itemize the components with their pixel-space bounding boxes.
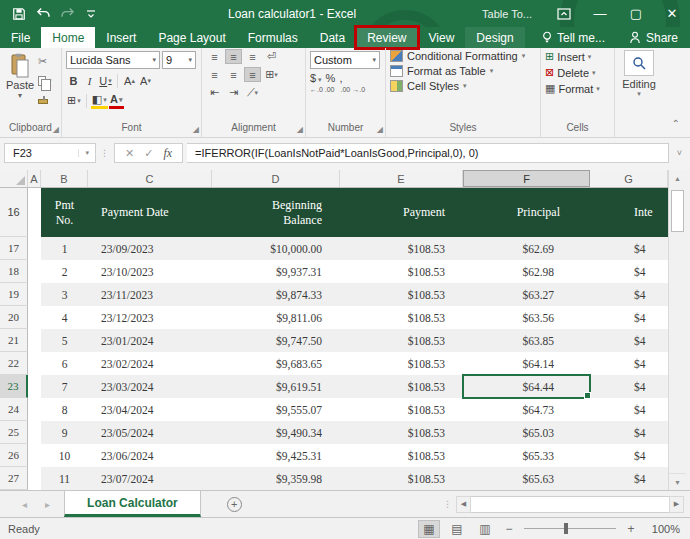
tab-file[interactable]: File xyxy=(0,27,41,48)
row-header-16[interactable]: 16 xyxy=(0,188,28,237)
bottom-align-button[interactable]: ≡ xyxy=(244,49,261,64)
tell-me-button[interactable]: Tell me... xyxy=(530,27,617,48)
name-box[interactable]: F23 ▾ xyxy=(4,143,96,163)
cell-payment[interactable]: $108.53 xyxy=(340,283,463,306)
cell-beginning-balance[interactable]: $9,555.07 xyxy=(212,398,340,421)
cell-col-a[interactable] xyxy=(28,329,41,352)
column-header-b[interactable]: B xyxy=(41,170,88,187)
underline-button[interactable]: U▾ xyxy=(98,72,113,89)
paste-dropdown-arrow[interactable]: ▾ xyxy=(18,91,22,100)
number-dialog-launcher-icon[interactable]: ◢ xyxy=(377,126,383,134)
cell-principal[interactable]: $63.27 xyxy=(463,283,590,306)
increase-font-size-button[interactable]: A xyxy=(122,72,137,89)
tab-review[interactable]: Review xyxy=(356,27,417,48)
font-dialog-launcher-icon[interactable]: ◢ xyxy=(193,126,199,134)
previous-sheet-icon[interactable]: ◂ xyxy=(22,499,27,510)
decrease-font-size-button[interactable]: A xyxy=(138,72,153,89)
normal-view-icon[interactable]: ▦ xyxy=(418,520,440,538)
middle-align-button[interactable]: ≡ xyxy=(225,49,242,64)
fill-color-button[interactable]: ◧▾ xyxy=(91,92,108,109)
format-painter-button[interactable] xyxy=(38,92,52,107)
cell-payment-date[interactable]: 23/03/2024 xyxy=(88,375,212,398)
cell-principal[interactable]: $62.69 xyxy=(463,237,590,260)
cell-col-a[interactable] xyxy=(28,398,41,421)
tab-view[interactable]: View xyxy=(418,27,466,48)
cell-beginning-balance[interactable]: $9,619.51 xyxy=(212,375,340,398)
name-box-dropdown-arrow[interactable]: ▾ xyxy=(78,149,95,157)
scroll-down-icon[interactable]: ▼ xyxy=(669,473,686,490)
italic-button[interactable]: I xyxy=(82,72,97,89)
cell-col-a[interactable] xyxy=(28,260,41,283)
cell-beginning-balance[interactable]: $9,747.50 xyxy=(212,329,340,352)
cell-payment[interactable]: $108.53 xyxy=(340,329,463,352)
customize-qat-icon[interactable] xyxy=(80,3,102,25)
cell-principal[interactable]: $62.98 xyxy=(463,260,590,283)
header-payment[interactable]: Payment xyxy=(340,188,463,237)
merge-center-button[interactable]: ⊞▾ xyxy=(263,67,280,82)
cell-pmt-no[interactable]: 5 xyxy=(41,329,88,352)
row-header[interactable]: 20 xyxy=(0,306,28,329)
percent-style-button[interactable]: % xyxy=(326,72,336,84)
row-header[interactable]: 25 xyxy=(0,421,28,444)
tab-scroll-divider[interactable]: ⋮ xyxy=(443,491,452,517)
tab-home[interactable]: Home xyxy=(41,27,95,48)
expand-formula-bar-icon[interactable]: ˅ xyxy=(673,148,686,158)
cell-interest-clipped[interactable]: $4 xyxy=(590,398,668,421)
page-layout-view-icon[interactable]: ▤ xyxy=(446,520,468,538)
cell-pmt-no[interactable]: 2 xyxy=(41,260,88,283)
redo-icon[interactable] xyxy=(56,3,78,25)
clipboard-dialog-launcher-icon[interactable]: ◢ xyxy=(53,126,59,134)
ribbon-display-options-icon[interactable] xyxy=(546,0,582,27)
cell-interest-clipped[interactable]: $4 xyxy=(590,375,668,398)
paste-button[interactable]: Paste ▾ xyxy=(4,51,36,121)
cell-col-a[interactable] xyxy=(28,375,41,398)
cut-button[interactable]: ✂ xyxy=(38,54,52,69)
cell-payment-date[interactable]: 23/01/2024 xyxy=(88,329,212,352)
new-sheet-button[interactable]: + xyxy=(201,491,268,517)
cell-principal[interactable]: $64.44 xyxy=(463,375,590,398)
row-header[interactable]: 26 xyxy=(0,444,28,467)
cell-payment[interactable]: $108.53 xyxy=(340,306,463,329)
row-header[interactable]: 19 xyxy=(0,283,28,306)
cell-interest-clipped[interactable]: $4 xyxy=(590,467,668,490)
vertical-scrollbar[interactable]: ▲ ▼ xyxy=(668,170,686,490)
cell-col-a[interactable] xyxy=(28,444,41,467)
cell-col-a[interactable] xyxy=(28,237,41,260)
cell-pmt-no[interactable]: 7 xyxy=(41,375,88,398)
header-payment-date[interactable]: Payment Date xyxy=(88,188,212,237)
font-color-button[interactable]: A▾ xyxy=(109,92,124,109)
conditional-formatting-button[interactable]: Conditional Formatting▾ xyxy=(390,50,536,62)
cell-payment[interactable]: $108.53 xyxy=(340,375,463,398)
column-header-c[interactable]: C xyxy=(88,170,212,187)
orientation-button[interactable]: ⟋▾ xyxy=(244,85,261,100)
cell-beginning-balance[interactable]: $9,937.31 xyxy=(212,260,340,283)
bold-button[interactable]: B xyxy=(66,72,81,89)
cell-col-a[interactable] xyxy=(28,467,41,490)
cell-payment-date[interactable]: 23/07/2024 xyxy=(88,467,212,490)
save-icon[interactable] xyxy=(8,3,30,25)
cell-pmt-no[interactable]: 6 xyxy=(41,352,88,375)
editing-button[interactable]: Editing ▾ xyxy=(615,48,663,137)
cell-interest-clipped[interactable]: $4 xyxy=(590,260,668,283)
cell-pmt-no[interactable]: 8 xyxy=(41,398,88,421)
cell-col-a[interactable] xyxy=(28,421,41,444)
cell-payment[interactable]: $108.53 xyxy=(340,260,463,283)
column-header-g[interactable]: G xyxy=(590,170,668,187)
cell-payment[interactable]: $108.53 xyxy=(340,237,463,260)
header-pmt-no[interactable]: Pmt No. xyxy=(41,188,88,237)
column-header-d[interactable]: D xyxy=(212,170,340,187)
cell-payment[interactable]: $108.53 xyxy=(340,467,463,490)
cell-principal[interactable]: $63.56 xyxy=(463,306,590,329)
tab-page-layout[interactable]: Page Layout xyxy=(147,27,236,48)
cell-payment-date[interactable]: 23/12/2023 xyxy=(88,306,212,329)
cell-beginning-balance[interactable]: $9,874.33 xyxy=(212,283,340,306)
horizontal-scrollbar-track[interactable] xyxy=(471,496,669,513)
cell-principal[interactable]: $65.33 xyxy=(463,444,590,467)
select-all-corner[interactable] xyxy=(0,170,28,187)
insert-function-icon[interactable]: fx xyxy=(163,146,172,161)
align-right-button[interactable]: ≡ xyxy=(244,67,261,82)
formula-input[interactable]: =IFERROR(IF(LoanIsNotPaid*LoanIsGood,Pri… xyxy=(187,143,669,163)
column-header-f-selected[interactable]: F xyxy=(463,170,590,187)
copy-button[interactable]: ▾ xyxy=(38,73,52,88)
row-header[interactable]: 23 xyxy=(0,375,28,398)
